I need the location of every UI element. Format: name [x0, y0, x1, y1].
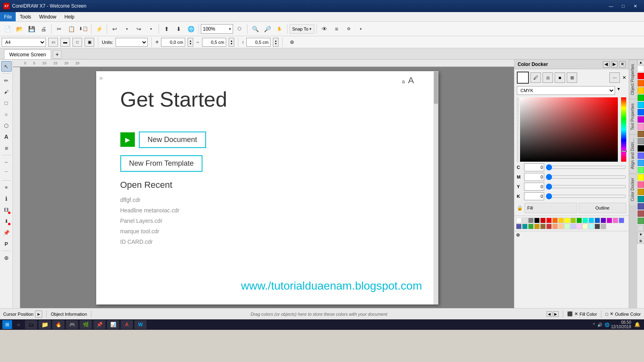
swatch-red[interactable] — [546, 218, 552, 223]
paste-button[interactable]: ⬇📋 — [78, 23, 89, 35]
swatch-salmon[interactable] — [552, 224, 558, 229]
info-tool[interactable]: ℹ — [1, 193, 12, 204]
side-tab-text-properties[interactable]: Text Properties — [629, 99, 637, 134]
palette-color-pink[interactable] — [638, 123, 644, 130]
taskbar-app9[interactable]: W — [134, 320, 147, 329]
settings-btn[interactable]: ⚙ — [343, 23, 354, 35]
palette-color-brick[interactable] — [638, 210, 644, 217]
tab-add-button[interactable]: + — [53, 50, 62, 59]
swatch-lightgray[interactable] — [522, 218, 528, 223]
swatch-violet[interactable] — [601, 218, 606, 223]
taskbar-app7[interactable]: 📊 — [107, 320, 119, 329]
palette-color-white[interactable] — [638, 66, 644, 72]
notification-button[interactable]: 🔔 — [633, 320, 642, 329]
x-spinner[interactable]: ▲▼ — [188, 38, 193, 47]
zoom-select[interactable]: 100% ▾ — [201, 24, 233, 34]
redo-arrow[interactable]: ▾ — [145, 23, 157, 35]
landscape-btn[interactable]: ▬ — [60, 38, 70, 47]
page-shadow-btn[interactable]: ▣ — [85, 38, 94, 47]
scroll-left[interactable]: ◀ — [547, 311, 552, 317]
recent-file-4[interactable]: marque tool.cdr — [120, 228, 414, 234]
taskbar-app6[interactable]: 📌 — [93, 320, 105, 329]
swatch-lavender[interactable] — [570, 224, 576, 229]
menu-window[interactable]: Window — [35, 12, 60, 21]
tab-welcome-screen[interactable]: Welcome Screen — [4, 49, 51, 59]
x-input[interactable] — [161, 38, 185, 47]
taskbar-app8[interactable]: A — [121, 320, 133, 329]
page-border-btn[interactable]: □ — [72, 38, 82, 47]
docker-arrow-left[interactable]: ◀ — [603, 61, 609, 68]
h-spinner[interactable]: ▲▼ — [273, 38, 279, 47]
color-display-button[interactable]: ■ — [555, 72, 565, 83]
undo-button[interactable]: ↩ — [109, 23, 120, 35]
c-input[interactable] — [524, 163, 544, 171]
outline-button[interactable]: Outline — [579, 203, 627, 213]
polygon-tool[interactable]: ⬡ — [1, 120, 12, 131]
swatch-white[interactable] — [516, 218, 522, 223]
swatch-darkgray[interactable] — [594, 224, 600, 229]
eyedropper-button[interactable]: 🖊 — [530, 72, 541, 83]
swatch-lime[interactable] — [570, 218, 576, 223]
palette-color-olive[interactable] — [638, 218, 644, 224]
swatch-indigo[interactable] — [516, 224, 522, 229]
swatch-peach[interactable] — [558, 224, 564, 229]
corel-connect-button[interactable]: ⚡ — [93, 23, 105, 35]
p-tool[interactable]: P — [1, 239, 12, 249]
swatch-lightyellow[interactable] — [582, 224, 588, 229]
palette-color-teal[interactable] — [638, 196, 644, 202]
swatch-gold[interactable] — [534, 224, 540, 229]
menu-tools[interactable]: Tools — [16, 12, 35, 21]
color-swatch[interactable] — [517, 72, 529, 84]
color-harmony-button[interactable]: ⚖ — [543, 72, 553, 83]
more-options-button[interactable]: ··· — [609, 72, 620, 83]
swatch-magenta[interactable] — [607, 218, 612, 223]
w-spinner[interactable]: ▲▼ — [229, 38, 234, 47]
menu-file[interactable]: File — [0, 12, 16, 21]
palette-color-brown[interactable] — [638, 131, 644, 137]
side-tab-align[interactable]: Align and Distri... — [629, 134, 637, 173]
palette-color-green[interactable] — [638, 95, 644, 101]
taskbar-folder[interactable]: 📁 — [39, 320, 51, 329]
pin-tool[interactable]: 📌 — [1, 227, 12, 238]
systray-vol[interactable]: 🔊 — [597, 323, 602, 327]
palette-color-yellow[interactable] — [638, 87, 644, 94]
view-button[interactable]: 👁 — [319, 23, 330, 35]
w-input[interactable] — [202, 38, 226, 47]
scroll-right[interactable]: ▶ — [553, 311, 559, 317]
pan-button[interactable]: ✋ — [274, 23, 285, 35]
scrollbar-thumb[interactable] — [434, 72, 438, 104]
canvas-scrollbar[interactable] — [433, 71, 438, 304]
cut-button[interactable]: ✂ — [54, 23, 65, 35]
side-tab-object-properties[interactable]: Object Properties — [629, 60, 637, 99]
print-button[interactable]: 🖨 — [38, 23, 49, 35]
download-tool[interactable]: ⬇ — [1, 216, 12, 226]
palette-nav-btn[interactable]: ⊕ — [516, 232, 520, 238]
palette-up-btn[interactable]: ▲ — [637, 60, 644, 65]
copy-button[interactable]: 📋 — [66, 23, 77, 35]
systray-arrow[interactable]: ^ — [593, 323, 595, 327]
recent-file-1[interactable]: dffgf.cdr — [120, 197, 414, 203]
model-arrow[interactable]: ▾ — [617, 86, 626, 95]
zoom-out-button[interactable]: 🔎 — [262, 23, 273, 35]
rectangle-tool[interactable]: □ — [1, 98, 12, 108]
swatch-periwinkle[interactable] — [619, 218, 624, 223]
palette-add-btn[interactable]: ⊕ — [637, 238, 644, 244]
new-document-button[interactable]: New Document — [139, 132, 206, 148]
taskbar-app5[interactable]: 🌿 — [80, 320, 92, 329]
close-button[interactable]: ✕ — [630, 2, 641, 10]
palette-color-purple[interactable] — [638, 116, 644, 123]
swatch-lightpink[interactable] — [576, 224, 582, 229]
palette-color-orange[interactable] — [638, 80, 644, 86]
blend-tool[interactable]: ✳ — [1, 182, 12, 193]
taskbar-file-explorer[interactable]: 🗂 — [25, 320, 37, 329]
publish-button[interactable]: 🌐 — [185, 23, 196, 35]
c-slider[interactable] — [546, 165, 626, 170]
swatch-medgreen[interactable] — [528, 224, 534, 229]
artistic-media-tool[interactable]: 🖌 — [1, 86, 12, 97]
start-button[interactable]: ⊞ — [2, 320, 12, 329]
new-template-button[interactable]: New From Template — [120, 155, 203, 172]
redo-button[interactable]: ↪ — [133, 23, 144, 35]
select-tool[interactable]: ↖ — [1, 61, 12, 72]
undo-arrow[interactable]: ▾ — [121, 23, 132, 35]
docker-arrow-right[interactable]: ▶ — [611, 61, 617, 68]
